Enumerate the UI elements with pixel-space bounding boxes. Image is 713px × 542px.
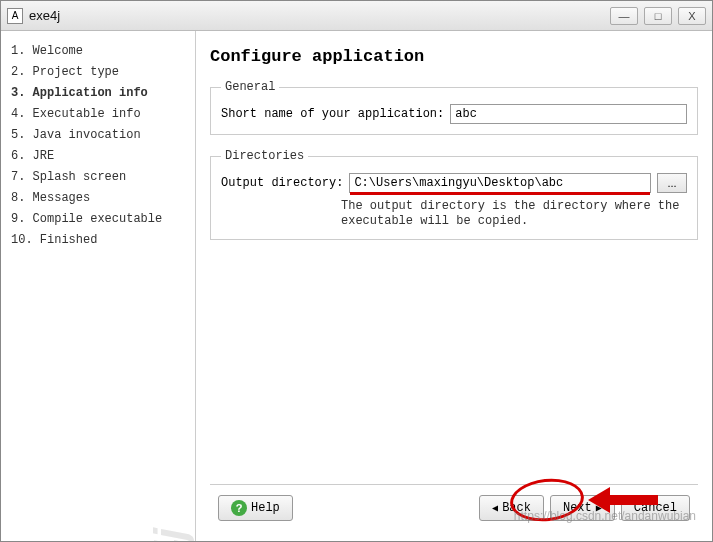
- page-title: Configure application: [210, 41, 698, 80]
- wizard-sidebar: 1. Welcome2. Project type3. Application …: [1, 31, 196, 541]
- wizard-button-bar: ? Help ◀ Back Next ▶ Cancel: [210, 484, 698, 531]
- arrow-right-icon: ▶: [596, 502, 602, 514]
- arrow-left-icon: ◀: [492, 502, 498, 514]
- wizard-step-10[interactable]: 10. Finished: [7, 230, 189, 251]
- minimize-button[interactable]: —: [610, 7, 638, 25]
- short-name-input[interactable]: [450, 104, 687, 124]
- wizard-step-1[interactable]: 1. Welcome: [7, 41, 189, 62]
- app-window: A exe4j — □ X 1. Welcome2. Project type3…: [0, 0, 713, 542]
- next-button[interactable]: Next ▶: [550, 495, 615, 521]
- cancel-label: Cancel: [634, 501, 677, 515]
- output-dir-label: Output directory:: [221, 176, 343, 190]
- cancel-button[interactable]: Cancel: [621, 495, 690, 521]
- help-icon: ?: [231, 500, 247, 516]
- wizard-step-9[interactable]: 9. Compile executable: [7, 209, 189, 230]
- brand-watermark: exe4j: [145, 523, 195, 541]
- wizard-step-8[interactable]: 8. Messages: [7, 188, 189, 209]
- wizard-step-5[interactable]: 5. Java invocation: [7, 125, 189, 146]
- main-panel: Configure application General Short name…: [196, 31, 712, 541]
- back-label: Back: [502, 501, 531, 515]
- directories-legend: Directories: [221, 149, 308, 163]
- wizard-step-4[interactable]: 4. Executable info: [7, 104, 189, 125]
- wizard-steps: 1. Welcome2. Project type3. Application …: [7, 41, 189, 251]
- directories-group: Directories Output directory: ... The ou…: [210, 149, 698, 240]
- wizard-step-2[interactable]: 2. Project type: [7, 62, 189, 83]
- wizard-step-7[interactable]: 7. Splash screen: [7, 167, 189, 188]
- wizard-step-6[interactable]: 6. JRE: [7, 146, 189, 167]
- wizard-step-3[interactable]: 3. Application info: [7, 83, 189, 104]
- back-button[interactable]: ◀ Back: [479, 495, 544, 521]
- general-legend: General: [221, 80, 279, 94]
- browse-button[interactable]: ...: [657, 173, 687, 193]
- output-dir-input[interactable]: [349, 173, 651, 193]
- app-icon: A: [7, 8, 23, 24]
- maximize-button[interactable]: □: [644, 7, 672, 25]
- close-button[interactable]: X: [678, 7, 706, 25]
- short-name-label: Short name of your application:: [221, 107, 444, 121]
- help-button[interactable]: ? Help: [218, 495, 293, 521]
- next-label: Next: [563, 501, 592, 515]
- output-dir-hint: The output directory is the directory wh…: [221, 193, 687, 229]
- window-title: exe4j: [29, 8, 610, 23]
- general-group: General Short name of your application:: [210, 80, 698, 135]
- titlebar[interactable]: A exe4j — □ X: [1, 1, 712, 31]
- help-label: Help: [251, 501, 280, 515]
